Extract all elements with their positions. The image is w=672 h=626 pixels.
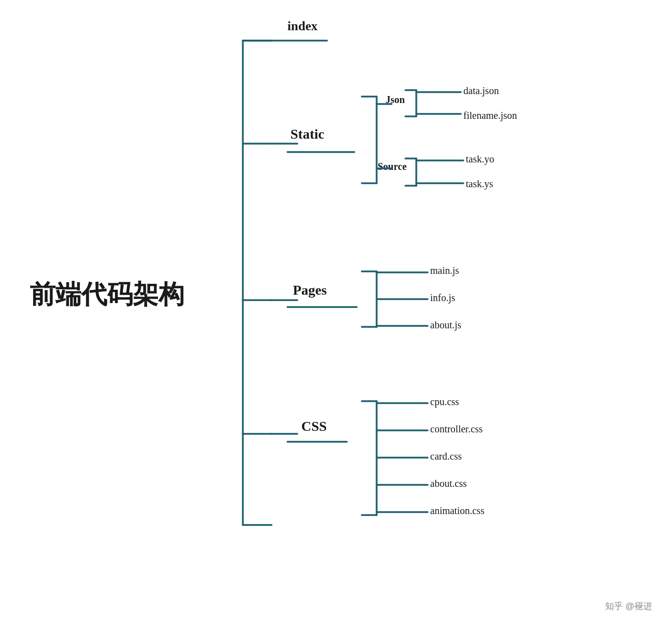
file-controller-css: controller.css	[430, 423, 483, 435]
file-cpu-css: cpu.css	[430, 396, 459, 408]
file-info-js: info.js	[430, 292, 455, 304]
file-main-js: main.js	[430, 265, 459, 276]
file-task-ys: task.ys	[466, 178, 493, 190]
diagram-container: 前端代码架构 index Static Pages CSS Json Sourc…	[0, 0, 672, 626]
bracket-svg: .bline { stroke: #1d5f6e; stroke-width: …	[0, 0, 672, 626]
file-filename-json: filename.json	[463, 110, 517, 121]
label-index: index	[287, 19, 318, 34]
label-source: Source	[378, 161, 407, 172]
file-about-css: about.css	[430, 478, 467, 489]
file-animation-css: animation.css	[430, 505, 484, 517]
label-json: Json	[386, 94, 405, 105]
file-about-js: about.js	[430, 319, 461, 331]
label-css: CSS	[301, 418, 327, 434]
file-data-json: data.json	[463, 85, 499, 97]
label-pages: Pages	[293, 282, 327, 298]
label-static: Static	[290, 126, 324, 142]
watermark: 知乎 @褪进	[605, 600, 652, 612]
file-task-yo: task.yo	[466, 154, 494, 165]
file-card-css: card.css	[430, 451, 462, 462]
main-title: 前端代码架构	[30, 277, 184, 312]
